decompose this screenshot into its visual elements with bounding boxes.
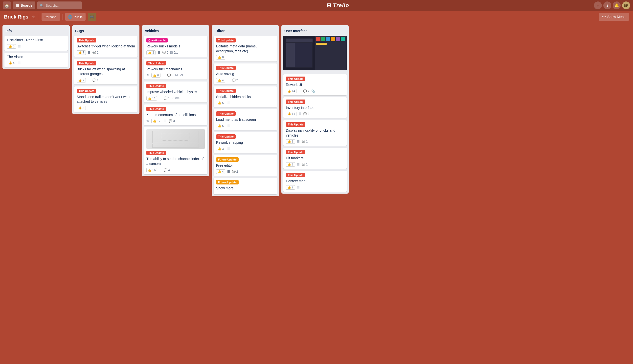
like-button[interactable]: 👍11 [286, 112, 296, 116]
like-button[interactable]: 👍3 [216, 147, 225, 151]
card-wheeled-physics[interactable]: This UpdateImprove wheeled vehicle physi… [144, 82, 207, 102]
info-button[interactable]: ℹ [603, 2, 611, 10]
like-button[interactable]: 👍5 [7, 44, 16, 49]
card-fuel-mechanics[interactable]: This UpdateRework fuel mechanics👁👍6☰💬5☑0… [144, 59, 207, 80]
like-button[interactable]: 👍8 [286, 162, 295, 167]
card-title-momentum: Keep momentum after collisions [146, 112, 205, 118]
visibility-button[interactable]: 🌐 Public [65, 13, 85, 21]
card-momentum[interactable]: This UpdateKeep momentum after collision… [144, 104, 207, 126]
card-rework-bricks[interactable]: QuestionableRework bricks models👍3☰💬6☑0/… [144, 36, 207, 57]
home-button[interactable]: 🏠 [3, 2, 11, 10]
like-button[interactable]: 👍17 [151, 119, 162, 123]
like-count: 17 [157, 119, 160, 123]
card-title-vision: The Vision [7, 54, 65, 60]
like-count: 11 [152, 96, 155, 100]
card-rework-ui[interactable]: This UpdateRework UI👍14☰💬7📎 [283, 74, 347, 95]
like-button[interactable]: 👍7 [77, 50, 86, 55]
show-menu-button[interactable]: ••• Show Menu [599, 13, 629, 21]
card-label-wheeled-physics: This Update [146, 84, 166, 88]
comments-meta: 💬2 [303, 112, 309, 116]
card-rework-snapping[interactable]: This UpdateRework snapping👍3☰ [214, 132, 277, 153]
card-serialize-hidden[interactable]: This UpdateSerialize hidden bricks👍5☰ [214, 86, 277, 108]
card-context-menu[interactable]: This UpdateContext menu👍2☰ [283, 171, 347, 192]
desc-icon: ☰ [88, 78, 91, 82]
comment-count: 1 [306, 140, 308, 143]
card-label-hit-markers: This Update [286, 150, 305, 154]
eye-icon: 👁 [146, 74, 149, 77]
column-user-interface: User Interface··· This Updat [281, 25, 349, 194]
column-menu-button-user-interface[interactable]: ··· [339, 28, 346, 34]
card-inventory-interface[interactable]: This UpdateInventory interface👍11☰💬2 [283, 97, 347, 118]
thumbs-up-icon: 👍 [153, 119, 156, 123]
like-count: 4 [222, 78, 224, 82]
card-auto-saving[interactable]: This UpdateAuto saving👍4☰💬2 [214, 64, 277, 84]
like-count: 4 [222, 170, 224, 173]
like-button[interactable]: 👍7 [77, 78, 86, 82]
like-button[interactable]: 👍2 [286, 185, 295, 190]
comment-icon: 💬 [167, 74, 171, 77]
thumbs-up-icon: 👍 [9, 61, 12, 65]
column-title-user-interface: User Interface [284, 29, 307, 33]
card-switches[interactable]: This UpdateSwitches trigger when looking… [74, 36, 137, 57]
column-cards-vehicles: QuestionableRework bricks models👍3☰💬6☑0/… [142, 36, 209, 176]
like-button[interactable]: 👍3 [146, 50, 155, 55]
search-bar[interactable]: 🔍 Search... [37, 2, 82, 10]
likes-meta: 👍3 [146, 50, 155, 55]
card-title-camera-channel: The ability to set the channel index of … [146, 156, 205, 166]
likes-meta: 👍6 [151, 73, 160, 78]
card-trailers[interactable]: This UpdateStandalone trailers don't wor… [74, 86, 137, 112]
card-free-editor[interactable]: Future UpdateFree editor👍4☰💬2 [214, 155, 277, 176]
card-display-invincibility[interactable]: This UpdateDisplay invincibility of bric… [283, 120, 347, 146]
comment-count: 2 [236, 78, 238, 82]
like-button[interactable]: 👍4 [216, 78, 225, 82]
boards-button[interactable]: ▦ Boards [13, 2, 35, 10]
desc-icon: ☰ [18, 45, 21, 48]
likes-meta: 👍5 [216, 124, 225, 128]
likes-meta: 👍7 [77, 50, 86, 55]
like-button[interactable]: 👍5 [216, 124, 225, 128]
checklist-count: 0/1 [173, 51, 178, 54]
checklist-meta: ☑0/1 [170, 51, 178, 54]
card-bricks-fall[interactable]: This UpdateBricks fall off when spawning… [74, 59, 137, 84]
like-button[interactable]: 👍9 [286, 139, 295, 144]
card-label-rework-ui: This Update [286, 76, 305, 81]
card-footer-free-editor: 👍4☰💬2 [216, 170, 275, 174]
card-footer-switches: 👍7☰💬2 [77, 50, 135, 55]
like-button[interactable]: 👍11 [146, 96, 157, 100]
like-button[interactable]: 👍16 [146, 168, 157, 172]
like-button[interactable]: 👍4 [7, 61, 16, 65]
card-vision[interactable]: The Vision👍4☰ [5, 52, 68, 68]
column-menu-button-bugs[interactable]: ··· [130, 28, 136, 34]
card-context-menu-editor[interactable]: Future UpdateShow more... [214, 178, 277, 194]
like-button[interactable]: 👍6 [151, 73, 160, 78]
avatar[interactable]: BR [622, 2, 630, 10]
notifications-button[interactable]: 🔔 [613, 2, 621, 10]
like-button[interactable]: 👍8 [216, 55, 225, 60]
star-button[interactable]: ☆ [31, 14, 36, 20]
like-button[interactable]: 👍4 [216, 170, 225, 174]
comments-meta: 💬4 [164, 168, 170, 172]
like-button[interactable]: 👍14 [286, 89, 296, 93]
card-editable-meta[interactable]: This UpdateEditable meta data (name, des… [214, 36, 277, 62]
visibility-icon: 🌐 [68, 15, 72, 19]
like-button[interactable]: 👍8 [77, 106, 86, 110]
add-button[interactable]: + [594, 2, 602, 10]
comment-icon: 💬 [302, 140, 305, 143]
like-button[interactable]: 👍5 [216, 101, 225, 105]
like-count: 16 [152, 168, 155, 172]
card-disclaimer[interactable]: Disclaimer - Read First!👍5☰ [5, 36, 68, 50]
card-hit-markers[interactable]: This UpdateHit markers👍8☰💬1 [283, 148, 347, 169]
card-camera-channel[interactable]: This UpdateThe ability to set the channe… [144, 127, 207, 174]
card-load-menu[interactable]: This UpdateLoad menu as first screen👍5☰ [214, 109, 277, 130]
comments-meta: 💬2 [232, 78, 238, 82]
checklist-count: 0/4 [175, 96, 179, 100]
board-avatar-button[interactable]: 🎮 [88, 13, 96, 21]
column-menu-button-vehicles[interactable]: ··· [199, 28, 206, 34]
thumbs-up-icon: 👍 [153, 74, 156, 77]
column-menu-button-editor[interactable]: ··· [269, 28, 276, 34]
column-menu-button-info[interactable]: ··· [60, 28, 67, 34]
card-footer-load-menu: 👍5☰ [216, 124, 275, 128]
comments-meta: 💬7 [303, 90, 309, 93]
like-count: 8 [292, 163, 294, 166]
personal-button[interactable]: Personal [42, 13, 60, 21]
